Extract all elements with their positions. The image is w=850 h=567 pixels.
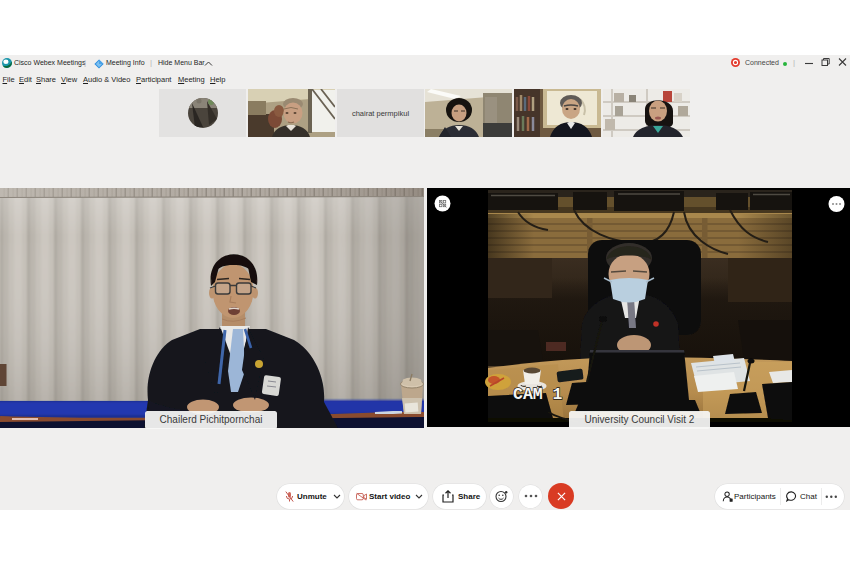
- svg-text:CAM 1: CAM 1: [513, 385, 563, 404]
- svg-text:chairat permpikul: chairat permpikul: [352, 109, 409, 118]
